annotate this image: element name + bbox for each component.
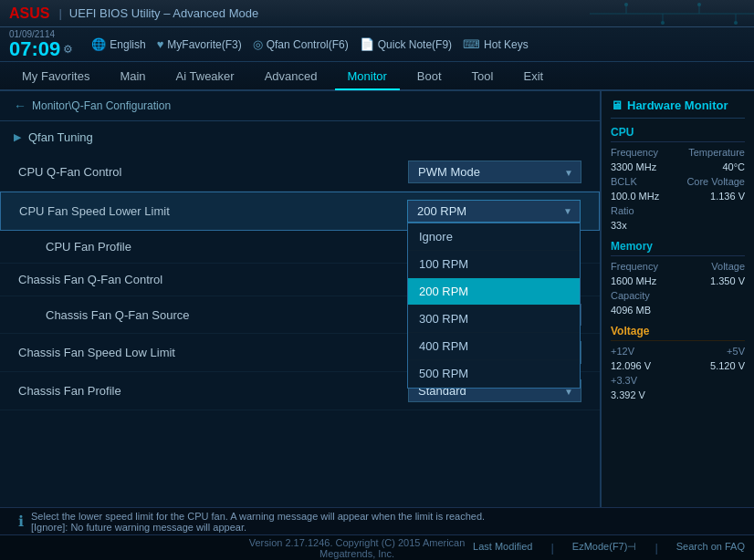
- hw-capacity-val-row: 4096 MB: [611, 305, 745, 316]
- time-bar: 01/09/2114 07:09 ⚙ 🌐 English ♥ MyFavorit…: [0, 27, 754, 62]
- hw-mem-frequency-label: Frequency: [611, 261, 658, 272]
- language-icon: 🌐: [91, 37, 106, 51]
- cpu-fan-speed-lower-limit-label: CPU Fan Speed Lower Limit: [19, 204, 407, 218]
- tab-tool[interactable]: Tool: [459, 64, 507, 90]
- tab-boot[interactable]: Boot: [404, 64, 455, 90]
- tab-ai-tweaker[interactable]: Ai Tweaker: [163, 64, 247, 90]
- hw-memory-title: Memory: [611, 240, 745, 256]
- tab-main[interactable]: Main: [107, 64, 158, 90]
- dropdown-option-100rpm[interactable]: 100 RPM: [408, 251, 580, 278]
- dropdown-option-500rpm[interactable]: 500 RPM: [408, 360, 580, 388]
- hw-ratio-value: 33x: [611, 220, 627, 231]
- hw-memory-section: Memory Frequency Voltage 1600 MHz 1.350 …: [611, 240, 745, 316]
- hw-bclk-label: BCLK: [611, 176, 637, 187]
- time-display: 07:09: [9, 39, 60, 59]
- search-faq-link[interactable]: Search on FAQ: [676, 541, 745, 555]
- hw-5v-label: +5V: [727, 346, 745, 357]
- hw-ratio-row: Ratio: [611, 205, 745, 216]
- hw-cpu-section: CPU Frequency Temperature 3300 MHz 40°C …: [611, 126, 745, 231]
- hw-33v-value: 3.392 V: [611, 389, 645, 400]
- dropdown-option-400rpm[interactable]: 400 RPM: [408, 333, 580, 360]
- hw-core-voltage-label: Core Voltage: [686, 176, 745, 187]
- hw-12v-label: +12V: [611, 346, 634, 357]
- svg-point-5: [624, 3, 628, 6]
- last-modified-link[interactable]: Last Modified: [473, 541, 532, 555]
- dropdown-option-200rpm[interactable]: 200 RPM: [408, 278, 580, 306]
- hw-5v-value: 5.120 V: [710, 360, 745, 371]
- status-line2: [Ignore]: No future warning message will…: [31, 522, 485, 533]
- hw-capacity-value: 4096 MB: [611, 305, 651, 316]
- monitor-icon: 🖥: [611, 99, 623, 112]
- cpu-fan-speed-lower-limit-dropdown[interactable]: 200 RPM ▼: [407, 200, 581, 223]
- hw-mem-frequency-row: Frequency Voltage: [611, 261, 745, 272]
- hotkeys-icon: ⌨: [463, 37, 480, 51]
- section-header[interactable]: ▶ Qfan Tuning: [0, 121, 600, 153]
- hw-12v-value: 12.096 V: [611, 360, 651, 371]
- chassis-fan-speed-low-limit-label: Chassis Fan Speed Low Limit: [18, 346, 408, 359]
- settings-gear-icon[interactable]: ⚙: [63, 43, 73, 56]
- hw-core-voltage-value: 1.136 V: [710, 191, 745, 202]
- hw-cpu-temperature-label: Temperature: [688, 147, 745, 158]
- dropdown-option-ignore[interactable]: Ignore: [408, 223, 580, 251]
- settings-list: CPU Q-Fan Control PWM Mode CPU Fan Speed…: [0, 153, 600, 410]
- hw-cpu-frequency-label: Frequency: [611, 147, 658, 158]
- left-panel: ← Monitor\Q-Fan Configuration ▶ Qfan Tun…: [0, 91, 601, 507]
- hotkeys-label: Hot Keys: [484, 38, 529, 51]
- hw-12v-row: +12V +5V: [611, 346, 745, 357]
- cpu-qfan-control-value: PWM Mode: [408, 161, 581, 183]
- cpu-qfan-control-dropdown[interactable]: PWM Mode: [408, 161, 581, 183]
- myfavorite-icon: ♥: [157, 37, 164, 51]
- hw-bclk-val-row: 100.0 MHz 1.136 V: [611, 191, 745, 202]
- hw-12v-val-row: 12.096 V 5.120 V: [611, 360, 745, 371]
- hw-33v-val-row: 3.392 V: [611, 389, 745, 400]
- hw-capacity-row: Capacity: [611, 290, 745, 301]
- ez-mode-link[interactable]: EzMode(F7)⊣: [572, 541, 637, 555]
- dropdown-option-300rpm[interactable]: 300 RPM: [408, 306, 580, 333]
- hw-bclk-value: 100.0 MHz: [611, 191, 659, 202]
- tab-my-favorites[interactable]: My Favorites: [9, 64, 102, 90]
- bottom-right-links: Last Modified | EzMode(F7)⊣ | Search on …: [473, 541, 745, 555]
- hw-33v-row: +3.3V: [611, 375, 745, 386]
- myfavorite-label: MyFavorite(F3): [167, 38, 241, 51]
- tab-advanced[interactable]: Advanced: [252, 64, 330, 90]
- circuit-decoration: [590, 0, 754, 27]
- tab-exit[interactable]: Exit: [510, 64, 556, 90]
- asus-logo: ASUS: [9, 5, 49, 22]
- qfan-icon: ◎: [253, 37, 263, 51]
- quicknote-icon: 📄: [360, 37, 374, 51]
- language-label: English: [110, 38, 145, 51]
- header-bar: ASUS | UEFI BIOS Utility – Advanced Mode: [0, 0, 754, 27]
- hw-ratio-label: Ratio: [611, 205, 634, 216]
- nav-tabs: My Favorites Main Ai Tweaker Advanced Mo…: [0, 62, 754, 91]
- cpu-qfan-control-label: CPU Q-Fan Control: [18, 165, 408, 179]
- qfan-button[interactable]: ◎ Qfan Control(F6): [253, 37, 349, 51]
- tab-monitor[interactable]: Monitor: [335, 64, 400, 90]
- hw-33v-label: +3.3V: [611, 375, 637, 386]
- language-selector[interactable]: 🌐 English: [91, 37, 145, 51]
- cpu-fan-speed-dropdown-menu: Ignore 100 RPM 200 RPM 300 RPM 400 RPM 5…: [407, 223, 581, 389]
- toolbar-items: 🌐 English ♥ MyFavorite(F3) ◎ Qfan Contro…: [91, 37, 529, 51]
- status-text-block: Select the lower speed limit for the CPU…: [31, 511, 485, 533]
- date-time: 01/09/2114 07:09 ⚙: [9, 29, 73, 59]
- quicknote-button[interactable]: 📄 Quick Note(F9): [360, 37, 452, 51]
- chassis-fan-profile-label: Chassis Fan Profile: [18, 384, 408, 398]
- right-panel: 🖥 Hardware Monitor CPU Frequency Tempera…: [601, 91, 754, 507]
- hw-voltage-title: Voltage: [611, 325, 745, 341]
- hw-bclk-row: BCLK Core Voltage: [611, 176, 745, 187]
- back-arrow-icon[interactable]: ←: [14, 99, 26, 113]
- hw-cpu-temperature-value: 40°C: [722, 161, 745, 172]
- hw-cpu-frequency-row: Frequency Temperature: [611, 147, 745, 158]
- myfavorite-button[interactable]: ♥ MyFavorite(F3): [157, 37, 242, 51]
- svg-point-6: [661, 21, 665, 25]
- svg-point-7: [697, 3, 701, 6]
- hotkeys-button[interactable]: ⌨ Hot Keys: [463, 37, 529, 51]
- hw-voltage-section: Voltage +12V +5V 12.096 V 5.120 V +3.3V …: [611, 325, 745, 400]
- status-line1: Select the lower speed limit for the CPU…: [31, 511, 485, 522]
- cpu-qfan-control-row: CPU Q-Fan Control PWM Mode: [0, 153, 600, 192]
- breadcrumb: Monitor\Q-Fan Configuration: [32, 99, 171, 112]
- hw-mem-frequency-val-row: 1600 MHz 1.350 V: [611, 275, 745, 286]
- section-expand-icon: ▶: [14, 131, 21, 143]
- dropdown-caret-icon: ▼: [563, 206, 572, 216]
- hw-mem-frequency-value: 1600 MHz: [611, 275, 656, 286]
- svg-point-8: [734, 21, 738, 25]
